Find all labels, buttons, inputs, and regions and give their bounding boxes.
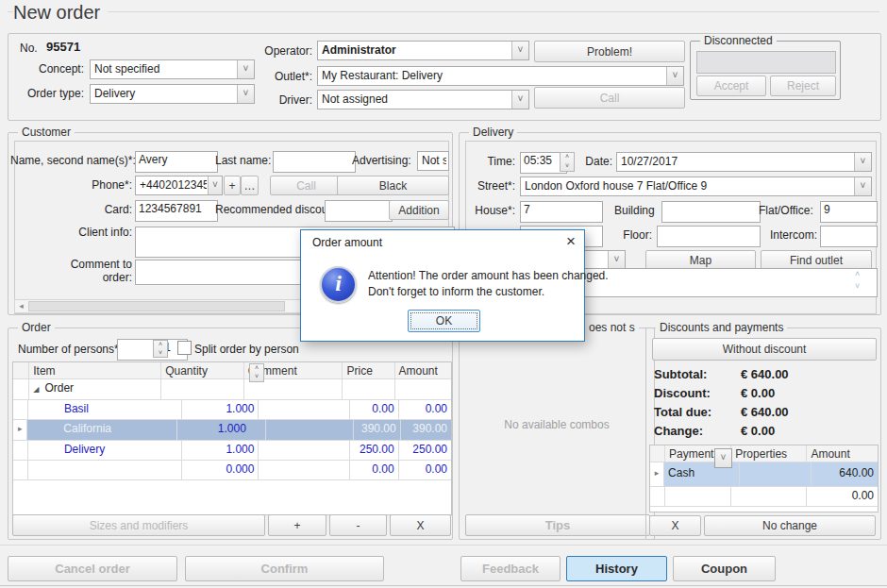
info-icon: i [320, 266, 357, 303]
order-item-row[interactable]: Basil 1.000 0.00 0.00 [13, 400, 451, 420]
chevron-down-icon[interactable]: ˅ [237, 85, 254, 103]
payment-amount[interactable]: 640.00 [812, 462, 878, 486]
clear-payment-button[interactable]: X [649, 515, 701, 536]
intercom-field[interactable] [820, 226, 878, 247]
phone-options-button[interactable]: … [241, 176, 259, 195]
additional-button[interactable]: Addition [389, 200, 449, 220]
column-header-properties[interactable]: Properties [731, 445, 807, 462]
customer-name-field[interactable]: Avery [135, 151, 218, 173]
order-item-row[interactable]: 0.000 0.00 0.00 [13, 461, 451, 480]
no-combos-text: No available combos [460, 418, 654, 431]
persons-spinner[interactable]: ˄ ˅ [153, 340, 168, 358]
problem-button[interactable]: Problem! [534, 41, 685, 62]
operator-combo[interactable]: Administrator ˅ [317, 41, 529, 60]
spinner-down-icon[interactable]: ˅ [561, 162, 574, 172]
chevron-down-icon[interactable]: ˅ [511, 42, 528, 59]
item-comment[interactable] [259, 400, 350, 419]
add-item-button[interactable]: + [268, 514, 326, 536]
item-name[interactable]: California [27, 420, 176, 440]
order-item-row[interactable]: Delivery 1.000 250.00 250.00 [13, 441, 451, 461]
chevron-down-icon[interactable]: ˅ [854, 153, 871, 171]
ok-button[interactable]: OK [408, 310, 480, 332]
scroll-left-icon[interactable]: ◂ [15, 300, 27, 312]
coupon-button[interactable]: Coupon [673, 556, 776, 581]
time-spinner[interactable]: ˄ ˅ [560, 152, 575, 172]
building-field[interactable] [661, 201, 761, 223]
floor-label: Floor: [605, 228, 652, 242]
spinner-up-icon[interactable]: ˄ [154, 341, 167, 349]
concept-label: Concept: [18, 62, 84, 76]
building-label: Building [614, 204, 655, 217]
payment-properties[interactable] [731, 487, 807, 506]
remove-item-button[interactable]: - [329, 514, 387, 536]
item-name[interactable]: Delivery [28, 441, 182, 460]
column-header-quantity[interactable]: Quantity [161, 362, 244, 378]
split-order-checkbox[interactable] [177, 341, 192, 355]
split-order-label: Split order by person [194, 343, 299, 356]
phone-combo[interactable]: +4402012345675 ˅ [135, 176, 223, 195]
payment-row-selected[interactable]: ▸ Cash ˅ 640.00 [650, 462, 878, 487]
item-quantity[interactable]: 0.000 [182, 461, 259, 479]
order-item-row-selected[interactable]: ▸ California 1.000 ˄ ˅ 390.00 390.00 [13, 420, 451, 441]
payment-type[interactable] [665, 487, 731, 506]
chevron-down-icon[interactable]: ˅ [237, 60, 254, 78]
advertising-combo[interactable]: Not specified [417, 151, 449, 171]
spinner-down-icon[interactable]: ˅ [154, 349, 167, 358]
chevron-down-icon[interactable]: ˅ [666, 67, 683, 85]
item-quantity[interactable]: 1.000 [182, 400, 259, 419]
delete-item-button[interactable]: X [390, 514, 451, 536]
item-name[interactable]: Basil [28, 400, 182, 419]
expander-icon[interactable]: ◢ [33, 385, 39, 394]
last-name-field[interactable] [273, 151, 356, 173]
customer-title: Customer [18, 126, 75, 139]
date-combo[interactable]: 10/27/2017 ˅ [616, 152, 872, 172]
chevron-down-icon[interactable]: ˅ [511, 91, 528, 109]
history-button[interactable]: History [566, 556, 667, 581]
payment-amount[interactable]: 0.00 [807, 487, 878, 506]
footer-divider [0, 545, 887, 546]
scroll-down-icon[interactable]: ˅ [855, 282, 860, 291]
blacklist-button[interactable]: Black [337, 176, 449, 195]
sizes-modifiers-button: Sizes and modifiers [12, 514, 265, 536]
floor-field[interactable] [657, 226, 761, 247]
column-header-item[interactable]: Item [29, 362, 161, 378]
chevron-down-icon[interactable]: ˅ [714, 448, 732, 468]
date-label: Date: [577, 155, 612, 168]
payment-properties[interactable] [740, 462, 811, 486]
concept-combo[interactable]: Not specified ˅ [90, 59, 255, 79]
item-name[interactable] [28, 461, 182, 479]
last-name-label: Last name: [215, 154, 271, 167]
item-comment[interactable] [259, 461, 350, 479]
spinner-up-icon[interactable]: ˄ [561, 153, 574, 162]
item-price: 250.00 [350, 441, 398, 460]
quantity-spinner[interactable]: ˄ ˅ [249, 363, 264, 382]
scrollbar-thumb[interactable] [28, 301, 285, 311]
card-field[interactable]: 1234567891 [135, 200, 218, 222]
add-phone-button[interactable]: + [224, 176, 241, 195]
feedback-button: Feedback [460, 556, 561, 581]
driver-combo[interactable]: Not assigned ˅ [317, 90, 529, 109]
spinner-up-icon[interactable]: ˄ [250, 364, 263, 373]
close-icon[interactable]: × [566, 232, 576, 251]
order-group-row[interactable]: ◢Order [13, 379, 451, 400]
house-field[interactable]: 7 [520, 201, 603, 223]
item-quantity[interactable]: 1.000 [182, 441, 259, 460]
column-header-amount[interactable]: Amount [807, 445, 878, 462]
without-discount-button[interactable]: Without discount [652, 338, 877, 361]
item-comment[interactable] [259, 441, 350, 460]
spinner-down-icon[interactable]: ˅ [250, 373, 263, 381]
phone-label: Phone*: [10, 178, 132, 192]
flat-office-field[interactable]: 9 [820, 201, 878, 223]
column-header-amount[interactable]: Amount [395, 362, 451, 378]
item-quantity-editor[interactable]: 1.000 [177, 420, 266, 440]
chevron-down-icon[interactable]: ˅ [854, 177, 871, 195]
street-combo[interactable]: London Oxford house 7 Flat/Office 9 ˅ [520, 176, 872, 196]
payment-row[interactable]: 0.00 [650, 487, 878, 507]
outlet-combo[interactable]: My Restaurant: Delivery ˅ [317, 66, 684, 86]
column-header-price[interactable]: Price [343, 362, 394, 378]
scroll-up-icon[interactable]: ˄ [855, 270, 860, 278]
order-type-combo[interactable]: Delivery ˅ [90, 84, 255, 104]
chevron-down-icon[interactable]: ˅ [608, 251, 625, 269]
no-change-button[interactable]: No change [704, 515, 876, 536]
chevron-down-icon[interactable]: ˅ [208, 176, 222, 194]
